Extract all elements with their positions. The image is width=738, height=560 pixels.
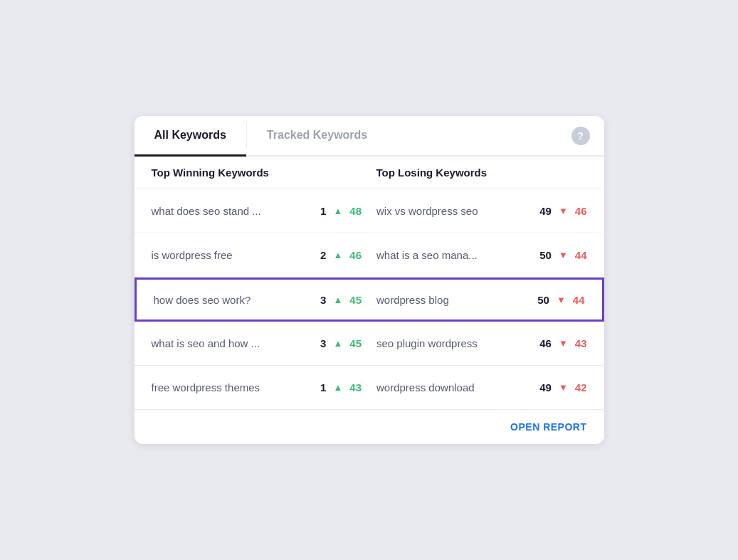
- keyword-row[interactable]: what is seo and how ... 3 ▲ 45 seo plugi…: [135, 322, 604, 366]
- winning-rank: 2: [320, 249, 326, 261]
- winning-side: how does seo work? 3 ▲ 45: [154, 294, 362, 306]
- up-arrow-icon: ▲: [333, 382, 342, 393]
- keyword-row[interactable]: what does seo stand ... 1 ▲ 48 wix vs wo…: [135, 189, 604, 233]
- winning-keyword-text: free wordpress themes: [152, 381, 314, 393]
- losing-header: Top Losing Keywords: [362, 167, 587, 179]
- keyword-row[interactable]: how does seo work? 3 ▲ 45 wordpress blog…: [135, 278, 604, 322]
- winning-rank: 1: [320, 381, 326, 393]
- losing-side: what is a seo mana... 50 ▼ 44: [362, 249, 587, 261]
- losing-keyword-text: wordpress blog: [376, 294, 530, 306]
- down-arrow-icon: ▼: [559, 338, 568, 349]
- help-icon[interactable]: ?: [571, 127, 590, 145]
- losing-keyword-text: what is a seo mana...: [376, 249, 532, 261]
- losing-keyword-text: seo plugin wordpress: [376, 337, 532, 349]
- down-arrow-icon: ▼: [559, 382, 568, 393]
- winning-keyword-text: how does seo work?: [154, 294, 314, 306]
- winning-change: 48: [349, 205, 362, 217]
- losing-change: 42: [575, 381, 587, 393]
- winning-change: 46: [349, 249, 362, 261]
- winning-change: 45: [349, 294, 362, 306]
- down-arrow-icon: ▼: [559, 250, 568, 260]
- losing-change: 44: [573, 294, 585, 306]
- losing-change: 44: [575, 249, 587, 261]
- losing-side: wordpress download 49 ▼ 42: [362, 381, 587, 393]
- keyword-rows: what does seo stand ... 1 ▲ 48 wix vs wo…: [135, 189, 604, 410]
- tab-tracked-keywords[interactable]: Tracked Keywords: [247, 116, 387, 157]
- winning-rank: 3: [320, 294, 326, 306]
- losing-side: wix vs wordpress seo 49 ▼ 46: [362, 205, 587, 217]
- winning-rank: 3: [320, 337, 326, 349]
- keyword-row[interactable]: free wordpress themes 1 ▲ 43 wordpress d…: [135, 366, 604, 410]
- losing-keyword-text: wordpress download: [376, 381, 532, 393]
- keyword-row[interactable]: is wordpress free 2 ▲ 46 what is a seo m…: [135, 233, 604, 278]
- winning-change: 45: [349, 337, 362, 349]
- winning-header: Top Winning Keywords: [152, 167, 362, 179]
- losing-rank: 49: [539, 381, 552, 393]
- footer: OPEN REPORT: [135, 410, 604, 444]
- up-arrow-icon: ▲: [333, 295, 342, 305]
- losing-rank: 49: [539, 205, 552, 217]
- winning-side: what is seo and how ... 3 ▲ 45: [152, 337, 362, 349]
- down-arrow-icon: ▼: [559, 206, 568, 216]
- keyword-widget: All Keywords Tracked Keywords ? Top Winn…: [135, 116, 604, 444]
- up-arrow-icon: ▲: [333, 338, 342, 349]
- up-arrow-icon: ▲: [333, 250, 342, 260]
- down-arrow-icon: ▼: [557, 295, 566, 305]
- losing-side: seo plugin wordpress 46 ▼ 43: [362, 337, 587, 349]
- losing-side: wordpress blog 50 ▼ 44: [362, 294, 585, 306]
- losing-rank: 46: [539, 337, 552, 349]
- losing-change: 43: [575, 337, 587, 349]
- winning-keyword-text: what is seo and how ...: [152, 337, 314, 349]
- winning-side: free wordpress themes 1 ▲ 43: [152, 381, 362, 393]
- winning-side: what does seo stand ... 1 ▲ 48: [152, 205, 362, 217]
- losing-change: 46: [575, 205, 587, 217]
- losing-rank: 50: [537, 294, 549, 306]
- winning-rank: 1: [320, 205, 326, 217]
- tabs-bar: All Keywords Tracked Keywords ?: [135, 116, 604, 157]
- up-arrow-icon: ▲: [333, 206, 342, 216]
- open-report-button[interactable]: OPEN REPORT: [510, 421, 586, 433]
- winning-side: is wordpress free 2 ▲ 46: [152, 249, 362, 261]
- tab-all-keywords[interactable]: All Keywords: [135, 116, 246, 157]
- help-icon-wrapper: ?: [571, 116, 604, 155]
- winning-change: 43: [349, 381, 362, 393]
- losing-keyword-text: wix vs wordpress seo: [376, 205, 532, 217]
- winning-keyword-text: is wordpress free: [152, 249, 314, 261]
- winning-keyword-text: what does seo stand ...: [152, 205, 314, 217]
- losing-rank: 50: [539, 249, 552, 261]
- column-headers: Top Winning Keywords Top Losing Keywords: [135, 157, 604, 189]
